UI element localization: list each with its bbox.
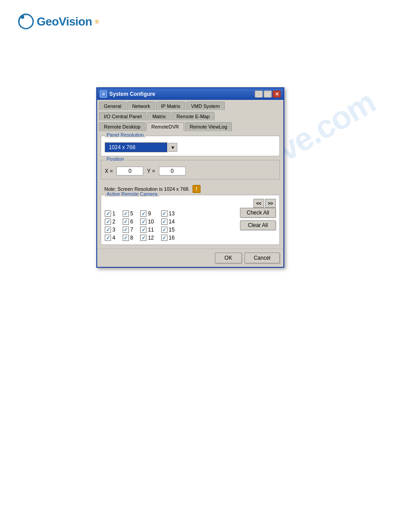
resolution-value: 1024 x 768	[109, 144, 135, 150]
cam-checkbox-8[interactable]	[123, 235, 129, 241]
maximize-button[interactable]: □	[264, 90, 272, 98]
camera-section: Active Remote Camera << >> 1 2	[101, 195, 280, 245]
cam-label-8: 8	[130, 235, 133, 241]
tab-remote-desktop[interactable]: Remote Desktop	[99, 122, 146, 131]
cam-checkbox-16[interactable]	[161, 235, 167, 241]
camera-col-2: 5 6 7 8	[123, 210, 133, 241]
tab-general[interactable]: General	[99, 102, 126, 110]
cam-checkbox-2[interactable]	[105, 219, 111, 225]
tab-matrix[interactable]: Matrix	[147, 112, 171, 120]
cam-item-15: 15	[161, 227, 175, 233]
cam-label-12: 12	[148, 235, 154, 241]
dialog-content: Panel Resolution 1024 x 768 ▼ Position X…	[97, 132, 283, 249]
cam-item-2: 2	[105, 219, 116, 225]
cam-item-4: 4	[105, 235, 116, 241]
dropdown-arrow-btn[interactable]: ▼	[168, 143, 177, 152]
cam-checkbox-9[interactable]	[140, 210, 146, 217]
cam-label-16: 16	[169, 235, 175, 241]
cam-item-6: 6	[123, 219, 133, 225]
resolution-dropdown[interactable]: 1024 x 768	[105, 142, 167, 152]
cam-item-16: 16	[161, 235, 175, 241]
cam-label-5: 5	[130, 210, 133, 217]
cam-item-14: 14	[161, 219, 175, 225]
y-input[interactable]	[159, 167, 186, 176]
cam-item-13: 13	[161, 210, 175, 217]
cam-checkbox-5[interactable]	[123, 210, 129, 217]
cam-label-11: 11	[148, 227, 154, 233]
logo-trademark: ®	[95, 18, 99, 25]
tab-row-3: Remote Desktop RemoteDVR Remote ViewLog	[97, 120, 283, 131]
camera-action-buttons: Check All Clear All	[240, 208, 276, 230]
cam-checkbox-15[interactable]	[161, 227, 167, 233]
cam-checkbox-6[interactable]	[123, 219, 129, 225]
cam-item-9: 9	[140, 210, 154, 217]
logo-text: GeoVision	[37, 15, 92, 29]
check-all-button[interactable]: Check All	[240, 208, 276, 218]
cam-label-9: 9	[148, 210, 151, 217]
camera-col-3: 9 10 11 12	[140, 210, 154, 241]
position-group: Position X = Y =	[101, 160, 280, 180]
tab-row-2: I/O Central Panel Matrix Remote E-Map	[97, 110, 283, 120]
cam-checkbox-7[interactable]	[123, 227, 129, 233]
camera-col-4: 13 14 15 16	[161, 210, 175, 241]
camera-section-label: Active Remote Camera	[105, 191, 159, 197]
cam-checkbox-13[interactable]	[161, 210, 167, 217]
camera-main-area: 1 2 3 4	[105, 208, 276, 241]
tab-vmd-system[interactable]: VMD System	[186, 102, 225, 110]
window-controls: _ □ ✕	[255, 90, 281, 98]
logo: GeoVision ®	[18, 13, 99, 30]
title-bar: ⚙ System Configure _ □ ✕	[97, 88, 283, 100]
cam-label-7: 7	[130, 227, 133, 233]
close-button[interactable]: ✕	[273, 90, 281, 98]
cam-item-7: 7	[123, 227, 133, 233]
cam-item-11: 11	[140, 227, 154, 233]
system-configure-dialog: ⚙ System Configure _ □ ✕ General Network…	[96, 87, 284, 268]
logo-icon	[18, 13, 34, 30]
cancel-button[interactable]: Cancel	[244, 253, 280, 263]
cam-label-4: 4	[112, 235, 116, 241]
cam-checkbox-3[interactable]	[105, 227, 111, 233]
cam-label-2: 2	[112, 219, 116, 225]
cam-checkbox-12[interactable]	[140, 235, 146, 241]
cam-item-10: 10	[140, 219, 154, 225]
cam-checkbox-1[interactable]	[105, 210, 111, 217]
cam-label-13: 13	[169, 210, 175, 217]
cam-checkbox-10[interactable]	[140, 219, 146, 225]
cam-checkbox-14[interactable]	[161, 219, 167, 225]
camera-next-btn[interactable]: >>	[265, 199, 276, 208]
tab-io-central-panel[interactable]: I/O Central Panel	[99, 112, 146, 120]
tab-remote-emap[interactable]: Remote E-Map	[171, 112, 214, 120]
ok-button[interactable]: OK	[215, 253, 241, 263]
camera-nav-row: << >>	[105, 199, 276, 208]
cam-item-5: 5	[123, 210, 133, 217]
minimize-button[interactable]: _	[255, 90, 263, 98]
cam-label-14: 14	[169, 219, 175, 225]
tab-ip-matrix[interactable]: IP Matrix	[156, 102, 185, 110]
camera-col-1: 1 2 3 4	[105, 210, 116, 241]
camera-checkbox-grid: 1 2 3 4	[105, 210, 175, 241]
panel-resolution-label: Panel Resolution	[105, 132, 146, 137]
resolution-select-row: 1024 x 768 ▼	[105, 142, 276, 152]
cam-checkbox-11[interactable]	[140, 227, 146, 233]
tab-network[interactable]: Network	[127, 102, 155, 110]
dialog-icon: ⚙	[100, 90, 107, 98]
cam-item-3: 3	[105, 227, 116, 233]
cam-label-15: 15	[169, 227, 175, 233]
clear-all-button[interactable]: Clear All	[240, 220, 276, 230]
cam-item-12: 12	[140, 235, 154, 241]
tab-remote-dvr[interactable]: RemoteDVR	[146, 122, 184, 131]
x-input[interactable]	[116, 167, 143, 176]
note-icon: !	[193, 185, 201, 193]
panel-resolution-group: Panel Resolution 1024 x 768 ▼	[101, 136, 280, 156]
camera-prev-btn[interactable]: <<	[253, 199, 264, 208]
tab-row-1: General Network IP Matrix VMD System	[97, 100, 283, 110]
dialog-footer: OK Cancel	[97, 249, 283, 267]
cam-checkbox-4[interactable]	[105, 235, 111, 241]
y-label: Y =	[147, 168, 155, 174]
tab-remote-viewlog[interactable]: Remote ViewLog	[185, 122, 232, 131]
svg-point-1	[21, 15, 24, 19]
cam-item-8: 8	[123, 235, 133, 241]
dialog-title: System Configure	[109, 91, 155, 97]
x-label: X =	[105, 168, 113, 174]
position-label: Position	[105, 156, 126, 162]
